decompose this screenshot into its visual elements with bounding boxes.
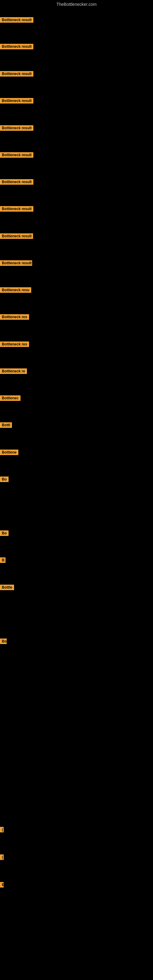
- bottleneck-result-badge: B: [0, 557, 5, 563]
- bottleneck-result-badge: E: [0, 882, 4, 888]
- bottleneck-result-badge: Bo: [0, 638, 7, 644]
- bottleneck-badge-container: B: [0, 557, 5, 564]
- bottleneck-result-badge: |: [0, 854, 4, 860]
- bottleneck-result-badge: Bottleneck result: [0, 44, 33, 49]
- bottleneck-badge-container: Bottleneck res: [0, 342, 29, 348]
- bottleneck-badge-container: Bottleneck result: [0, 206, 33, 213]
- bottleneck-result-badge: Bottleneck result: [0, 206, 33, 212]
- bottleneck-result-badge: Bottleneck result: [0, 179, 33, 185]
- bottleneck-badge-container: Bottleneck re: [0, 368, 27, 375]
- bottleneck-result-badge: Bottleneck result: [0, 152, 33, 158]
- bottleneck-badge-container: Bottleneck res: [0, 314, 29, 321]
- bottleneck-result-badge: Bottleneck res: [0, 314, 29, 320]
- bottleneck-result-badge: Bottl: [0, 422, 12, 428]
- bottleneck-badge-container: Bo: [0, 477, 9, 483]
- bottleneck-badge-container: Bo: [0, 530, 9, 537]
- bottleneck-result-badge: Bottleneck res: [0, 342, 29, 347]
- bottleneck-badge-container: Bottleneck result: [0, 152, 33, 159]
- bottleneck-badge-container: |: [0, 827, 3, 834]
- bottleneck-result-badge: |: [0, 827, 4, 832]
- bottleneck-result-badge: Bottleneck result: [0, 71, 33, 76]
- bottleneck-badge-container: Bottle: [0, 585, 14, 591]
- bottleneck-result-badge: Bottlene: [0, 450, 18, 455]
- bottleneck-result-badge: Bottleneck result: [0, 17, 33, 23]
- site-title: TheBottlenecker.com: [0, 0, 153, 9]
- bottleneck-badge-container: Bottleneck result: [0, 179, 33, 186]
- bottleneck-badge-container: Bottleneck result: [0, 233, 33, 240]
- bottleneck-badge-container: Bottleneck resu: [0, 287, 31, 294]
- bottleneck-badge-container: Bottl: [0, 422, 12, 429]
- bottleneck-result-badge: Bottleneck result: [0, 125, 33, 131]
- bottleneck-badge-container: Bottleneck result: [0, 260, 32, 267]
- bottleneck-badge-container: E: [0, 882, 3, 889]
- bottleneck-badge-container: Bottleneck result: [0, 125, 33, 132]
- bottleneck-result-badge: Bottle: [0, 585, 14, 590]
- bottleneck-badge-container: Bottleneck result: [0, 98, 33, 105]
- bottleneck-badge-container: Bottlenec: [0, 395, 21, 402]
- bottleneck-result-badge: Bottleneck result: [0, 98, 33, 103]
- bottleneck-result-badge: Bottleneck re: [0, 368, 27, 374]
- bottleneck-result-badge: Bo: [0, 530, 9, 536]
- bottleneck-badge-container: Bottleneck result: [0, 17, 33, 24]
- bottleneck-badge-container: Bo: [0, 638, 7, 645]
- bottleneck-result-badge: Bottleneck resu: [0, 287, 31, 293]
- bottleneck-result-badge: Bo: [0, 477, 9, 482]
- bottleneck-badge-container: Bottleneck result: [0, 71, 33, 78]
- bottleneck-result-badge: Bottlenec: [0, 395, 21, 401]
- bottleneck-badge-container: Bottleneck result: [0, 44, 33, 51]
- bottleneck-result-badge: Bottleneck result: [0, 260, 32, 266]
- bottleneck-result-badge: Bottleneck result: [0, 233, 33, 239]
- bottleneck-badge-container: Bottlene: [0, 450, 18, 456]
- bottleneck-badge-container: |: [0, 854, 3, 861]
